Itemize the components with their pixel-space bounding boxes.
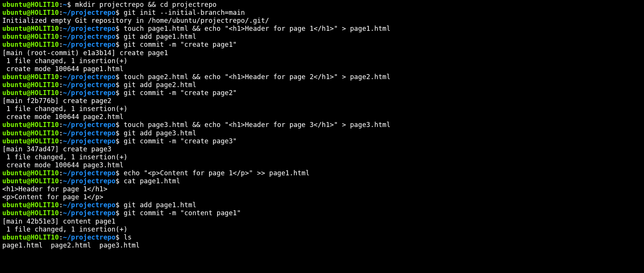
terminal-line: ubuntu@HOLIT10:~/projectrepo$ echo "<p>C… — [2, 169, 642, 177]
prompt-colon: : — [59, 137, 63, 145]
prompt-colon: : — [59, 9, 63, 16]
prompt-host: HOLIT10 — [30, 137, 59, 145]
prompt-home: ~ — [63, 89, 67, 97]
command-text: git add page2.html — [124, 81, 196, 89]
prompt-path: /projectrepo — [67, 169, 116, 177]
terminal-line: <h1>Header for page 1</h1> — [2, 185, 642, 193]
prompt-at: @ — [27, 201, 31, 209]
prompt-host: HOLIT10 — [30, 233, 59, 241]
terminal-line: Initialized empty Git repository in /hom… — [2, 17, 642, 25]
shell-prompt: ubuntu@HOLIT10:~/projectrepo$ — [2, 209, 124, 217]
prompt-user: ubuntu — [2, 89, 27, 97]
terminal-line: 1 file changed, 1 insertion(+) — [2, 225, 642, 233]
terminal-line: ubuntu@HOLIT10:~/projectrepo$ git add pa… — [2, 81, 642, 89]
prompt-host: HOLIT10 — [30, 73, 59, 81]
output-text: create mode 100644 page1.html — [2, 65, 124, 73]
prompt-user: ubuntu — [2, 177, 27, 185]
prompt-home: ~ — [63, 1, 67, 8]
prompt-colon: : — [59, 81, 63, 89]
prompt-path: /projectrepo — [67, 73, 116, 81]
prompt-at: @ — [27, 121, 31, 129]
prompt-path: /projectrepo — [67, 137, 116, 145]
terminal-line: ubuntu@HOLIT10:~/projectrepo$ git add pa… — [2, 201, 642, 209]
output-text: create mode 100644 page3.html — [2, 161, 124, 169]
terminal-line: create mode 100644 page2.html — [2, 113, 642, 121]
prompt-dollar: $ — [67, 1, 75, 8]
shell-prompt: ubuntu@HOLIT10:~/projectrepo$ — [2, 177, 124, 185]
prompt-colon: : — [59, 1, 63, 8]
output-text: 1 file changed, 1 insertion(+) — [2, 105, 128, 113]
prompt-at: @ — [27, 137, 31, 145]
prompt-colon: : — [59, 201, 63, 209]
prompt-dollar: $ — [116, 33, 124, 40]
prompt-path: /projectrepo — [67, 9, 116, 16]
prompt-host: HOLIT10 — [30, 209, 59, 217]
prompt-at: @ — [27, 1, 31, 8]
shell-prompt: ubuntu@HOLIT10:~/projectrepo$ — [2, 137, 124, 145]
prompt-at: @ — [27, 41, 31, 48]
prompt-at: @ — [27, 209, 31, 217]
shell-prompt: ubuntu@HOLIT10:~/projectrepo$ — [2, 9, 124, 16]
prompt-user: ubuntu — [2, 1, 27, 8]
output-text: [main 347ad47] create page3 — [2, 145, 111, 153]
prompt-colon: : — [59, 73, 63, 81]
prompt-home: ~ — [63, 177, 67, 185]
shell-prompt: ubuntu@HOLIT10:~$ — [2, 1, 75, 8]
terminal-output-area[interactable]: ubuntu@HOLIT10:~$ mkdir projectrepo && c… — [0, 0, 644, 249]
prompt-colon: : — [59, 89, 63, 97]
command-text: git commit -m "create page1" — [124, 41, 237, 48]
prompt-user: ubuntu — [2, 33, 27, 40]
shell-prompt: ubuntu@HOLIT10:~/projectrepo$ — [2, 25, 124, 32]
terminal-line: ubuntu@HOLIT10:~/projectrepo$ ls — [2, 233, 642, 241]
terminal-line: <p>Content for page 1</p> — [2, 193, 642, 201]
terminal-line: ubuntu@HOLIT10:~/projectrepo$ touch page… — [2, 121, 642, 129]
prompt-path: /projectrepo — [67, 41, 116, 48]
shell-prompt: ubuntu@HOLIT10:~/projectrepo$ — [2, 169, 124, 177]
prompt-at: @ — [27, 73, 31, 81]
shell-prompt: ubuntu@HOLIT10:~/projectrepo$ — [2, 233, 124, 241]
prompt-colon: : — [59, 121, 63, 129]
shell-prompt: ubuntu@HOLIT10:~/projectrepo$ — [2, 89, 124, 97]
prompt-host: HOLIT10 — [30, 41, 59, 48]
output-text: 1 file changed, 1 insertion(+) — [2, 57, 128, 65]
terminal-line: ubuntu@HOLIT10:~/projectrepo$ git commit… — [2, 89, 642, 97]
prompt-dollar: $ — [116, 81, 124, 89]
prompt-host: HOLIT10 — [30, 169, 59, 177]
command-text: touch page3.html && echo "<h1>Header for… — [124, 121, 390, 129]
terminal-line: [main 42b51e3] content page1 — [2, 217, 642, 225]
prompt-host: HOLIT10 — [30, 9, 59, 16]
prompt-home: ~ — [63, 169, 67, 177]
prompt-dollar: $ — [116, 177, 124, 185]
prompt-home: ~ — [63, 201, 67, 209]
shell-prompt: ubuntu@HOLIT10:~/projectrepo$ — [2, 81, 124, 89]
prompt-at: @ — [27, 89, 31, 97]
prompt-dollar: $ — [116, 233, 124, 241]
prompt-user: ubuntu — [2, 169, 27, 177]
prompt-dollar: $ — [116, 121, 124, 129]
prompt-path: /projectrepo — [67, 81, 116, 89]
prompt-host: HOLIT10 — [30, 33, 59, 40]
prompt-user: ubuntu — [2, 25, 27, 32]
prompt-home: ~ — [63, 129, 67, 137]
output-text: [main f2b776b] create page2 — [2, 97, 111, 105]
prompt-home: ~ — [63, 121, 67, 129]
output-text: [main (root-commit) e1a3b14] create page… — [2, 49, 168, 57]
prompt-user: ubuntu — [2, 9, 27, 16]
prompt-at: @ — [27, 233, 31, 241]
prompt-path: /projectrepo — [67, 209, 116, 217]
terminal-line: ubuntu@HOLIT10:~$ mkdir projectrepo && c… — [2, 1, 642, 9]
prompt-colon: : — [59, 33, 63, 40]
command-text: git add page1.html — [124, 33, 196, 40]
prompt-home: ~ — [63, 81, 67, 89]
prompt-dollar: $ — [116, 9, 124, 16]
output-text: <p>Content for page 1</p> — [2, 193, 103, 201]
output-text: page1.html page2.html page3.html — [2, 241, 140, 249]
terminal-line: ubuntu@HOLIT10:~/projectrepo$ git init -… — [2, 9, 642, 17]
output-text: 1 file changed, 1 insertion(+) — [2, 153, 128, 161]
terminal-line: ubuntu@HOLIT10:~/projectrepo$ git commit… — [2, 137, 642, 145]
prompt-dollar: $ — [116, 137, 124, 145]
prompt-dollar: $ — [116, 25, 124, 32]
terminal-line: ubuntu@HOLIT10:~/projectrepo$ git commit… — [2, 41, 642, 49]
prompt-at: @ — [27, 129, 31, 137]
prompt-at: @ — [27, 169, 31, 177]
